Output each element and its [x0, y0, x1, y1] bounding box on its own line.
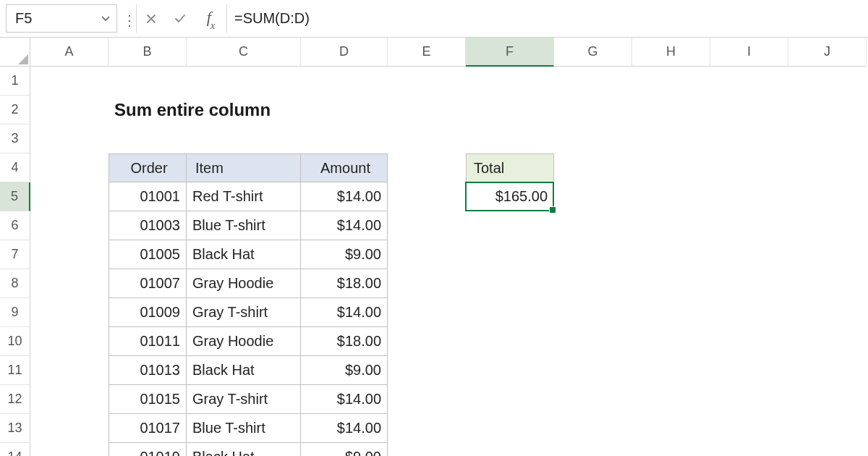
cell[interactable]: [466, 96, 554, 124]
column-header[interactable]: E: [388, 38, 466, 67]
row-header[interactable]: 5: [0, 182, 30, 211]
cell[interactable]: [466, 327, 554, 356]
cell[interactable]: [632, 414, 710, 443]
column-header[interactable]: G: [554, 38, 632, 67]
cell[interactable]: [710, 385, 788, 414]
cell[interactable]: [388, 153, 466, 182]
cell[interactable]: [632, 67, 710, 96]
column-header[interactable]: D: [301, 38, 388, 67]
cell[interactable]: [30, 356, 109, 385]
cell[interactable]: [30, 67, 109, 96]
cell[interactable]: [788, 385, 867, 414]
column-header[interactable]: F: [466, 38, 554, 67]
row-header[interactable]: 11: [0, 356, 30, 385]
row-header[interactable]: 7: [0, 240, 30, 269]
row-header[interactable]: 8: [0, 269, 30, 298]
cell[interactable]: [388, 240, 466, 269]
cell[interactable]: [554, 182, 632, 211]
row-header[interactable]: 14: [0, 443, 30, 456]
cell[interactable]: [554, 443, 632, 456]
column-header[interactable]: I: [710, 38, 788, 67]
cell[interactable]: [710, 269, 788, 298]
cell[interactable]: [388, 298, 466, 327]
table-header-order[interactable]: Order: [109, 153, 187, 182]
cell[interactable]: [632, 182, 710, 211]
cell[interactable]: [30, 298, 109, 327]
cell[interactable]: [632, 124, 710, 153]
cell[interactable]: [388, 182, 466, 211]
column-header[interactable]: B: [109, 38, 187, 67]
cell[interactable]: [632, 211, 710, 240]
cancel-formula-button[interactable]: [137, 0, 166, 37]
row-header[interactable]: 4: [0, 153, 30, 182]
cell[interactable]: [710, 96, 788, 124]
cell[interactable]: [388, 269, 466, 298]
cell[interactable]: [30, 443, 109, 456]
table-cell-item[interactable]: Blue T-shirt: [187, 211, 301, 240]
cell[interactable]: [788, 443, 867, 456]
cell[interactable]: [466, 211, 554, 240]
cell[interactable]: [30, 182, 109, 211]
cell[interactable]: [788, 240, 867, 269]
cell[interactable]: [788, 327, 867, 356]
cell[interactable]: [710, 298, 788, 327]
cell[interactable]: [388, 443, 466, 456]
cell[interactable]: [109, 67, 187, 96]
cell[interactable]: [788, 211, 867, 240]
table-cell-amount[interactable]: $9.00: [301, 356, 388, 385]
cell[interactable]: [710, 67, 788, 96]
cell[interactable]: [301, 67, 388, 96]
cell[interactable]: [554, 240, 632, 269]
row-header[interactable]: 13: [0, 414, 30, 443]
formula-bar-grip-icon[interactable]: ⋮: [123, 0, 136, 37]
cell[interactable]: [109, 124, 187, 153]
table-cell-amount[interactable]: $14.00: [301, 385, 388, 414]
cell[interactable]: [466, 298, 554, 327]
cell[interactable]: [788, 67, 867, 96]
row-header[interactable]: 6: [0, 211, 30, 240]
table-cell-order[interactable]: 01019: [109, 443, 187, 456]
table-header-item[interactable]: Item: [187, 153, 301, 182]
cell[interactable]: [710, 443, 788, 456]
table-cell-item[interactable]: Black Hat: [187, 356, 301, 385]
insert-function-button[interactable]: fx: [195, 0, 226, 37]
select-all-corner[interactable]: [0, 38, 30, 67]
cell[interactable]: [710, 211, 788, 240]
cell[interactable]: [388, 327, 466, 356]
cell[interactable]: [788, 269, 867, 298]
table-cell-item[interactable]: Black Hat: [187, 240, 301, 269]
cell[interactable]: [554, 385, 632, 414]
cell[interactable]: [388, 124, 466, 153]
table-cell-order[interactable]: 01005: [109, 240, 187, 269]
total-value[interactable]: $165.00: [466, 182, 554, 211]
confirm-formula-button[interactable]: [166, 0, 195, 37]
cell[interactable]: [301, 124, 388, 153]
table-cell-order[interactable]: 01003: [109, 211, 187, 240]
table-header-amount[interactable]: Amount: [301, 153, 388, 182]
table-cell-amount[interactable]: $14.00: [301, 182, 388, 211]
cell[interactable]: [466, 67, 554, 96]
cell[interactable]: [554, 124, 632, 153]
cell[interactable]: [788, 96, 867, 124]
cell[interactable]: [554, 327, 632, 356]
cell[interactable]: [788, 298, 867, 327]
cell[interactable]: [632, 443, 710, 456]
cell[interactable]: [710, 414, 788, 443]
formula-input[interactable]: =SUM(D:D): [227, 0, 868, 37]
cell[interactable]: [388, 96, 466, 124]
cell[interactable]: [710, 240, 788, 269]
cell[interactable]: [554, 67, 632, 96]
cell[interactable]: [30, 124, 109, 153]
cell[interactable]: [388, 356, 466, 385]
cell[interactable]: [301, 96, 388, 124]
table-cell-item[interactable]: Gray Hoodie: [187, 269, 301, 298]
cell[interactable]: [466, 124, 554, 153]
table-cell-order[interactable]: 01017: [109, 414, 187, 443]
cell[interactable]: [710, 356, 788, 385]
column-header[interactable]: A: [30, 38, 109, 67]
cell[interactable]: [632, 240, 710, 269]
cell[interactable]: [710, 153, 788, 182]
row-header[interactable]: 2: [0, 96, 30, 124]
cell[interactable]: [632, 298, 710, 327]
table-cell-amount[interactable]: $9.00: [301, 443, 388, 456]
